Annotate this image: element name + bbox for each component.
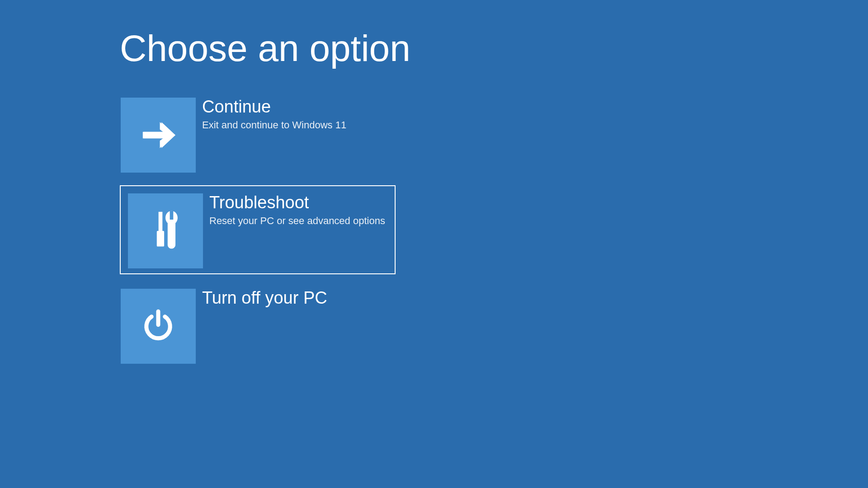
svg-rect-4 bbox=[157, 231, 164, 247]
turnoff-option[interactable]: Turn off your PC bbox=[120, 288, 396, 363]
troubleshoot-title: Troubleshoot bbox=[209, 193, 385, 212]
troubleshoot-text: Troubleshoot Reset your PC or see advanc… bbox=[203, 193, 385, 227]
continue-desc: Exit and continue to Windows 11 bbox=[202, 119, 346, 131]
troubleshoot-option[interactable]: Troubleshoot Reset your PC or see advanc… bbox=[120, 185, 396, 274]
continue-text: Continue Exit and continue to Windows 11 bbox=[196, 98, 346, 131]
svg-rect-3 bbox=[159, 212, 163, 231]
options-list: Continue Exit and continue to Windows 11 bbox=[120, 97, 868, 363]
turnoff-text: Turn off your PC bbox=[196, 289, 327, 310]
power-icon bbox=[121, 289, 196, 364]
tools-icon bbox=[128, 193, 203, 268]
continue-title: Continue bbox=[202, 98, 346, 117]
page-title: Choose an option bbox=[120, 27, 868, 70]
arrow-right-icon bbox=[121, 98, 196, 173]
troubleshoot-desc: Reset your PC or see advanced options bbox=[209, 215, 385, 227]
turnoff-title: Turn off your PC bbox=[202, 289, 327, 308]
continue-option[interactable]: Continue Exit and continue to Windows 11 bbox=[120, 97, 396, 172]
svg-rect-5 bbox=[170, 211, 174, 220]
